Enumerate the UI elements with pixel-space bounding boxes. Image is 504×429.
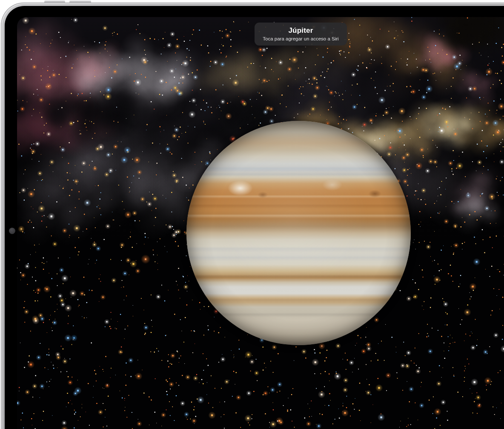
device-frame: Júpiter Toca para agregar un acceso a Si… bbox=[1, 3, 504, 429]
jupiter-limb-shading bbox=[186, 121, 411, 345]
siri-banner-subtitle: Toca para agregar un acceso a Siri bbox=[259, 36, 343, 42]
screen-bezel: Júpiter Toca para agregar un acceso a Si… bbox=[5, 6, 504, 429]
front-camera bbox=[9, 228, 15, 234]
siri-suggestion-banner[interactable]: Júpiter Toca para agregar un acceso a Si… bbox=[255, 23, 347, 46]
jupiter-planet bbox=[186, 121, 411, 345]
app-screen: Júpiter Toca para agregar un acceso a Si… bbox=[17, 17, 504, 429]
page-background: Júpiter Toca para agregar un acceso a Si… bbox=[0, 0, 504, 429]
siri-banner-title: Júpiter bbox=[259, 26, 343, 35]
